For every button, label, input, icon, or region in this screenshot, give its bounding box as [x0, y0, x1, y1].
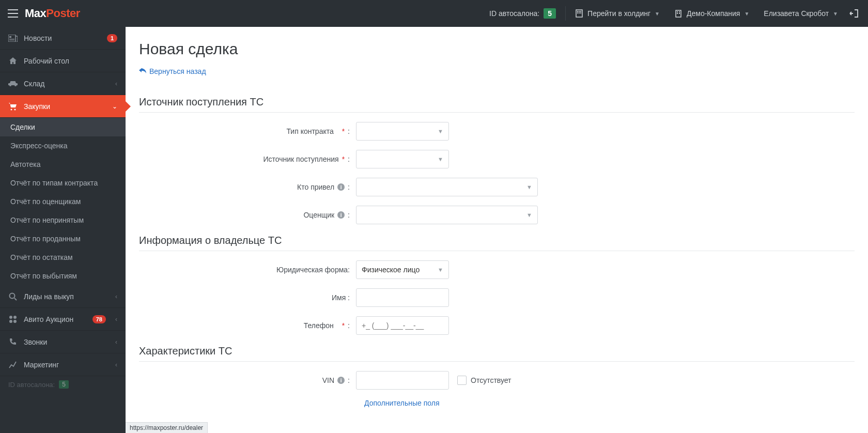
sidebar-item-calls[interactable]: Звонки ‹: [0, 331, 126, 353]
svg-rect-9: [679, 11, 680, 12]
chart-icon: [8, 360, 18, 369]
svg-point-17: [14, 109, 16, 110]
sidebar-sub-report-rejected[interactable]: Отчёт по непринятым: [0, 211, 126, 229]
svg-point-18: [10, 293, 15, 298]
sidebar-item-marketing[interactable]: Маркетинг ‹: [0, 353, 126, 376]
sub-label: Отчёт по оценщикам: [10, 197, 81, 206]
row-source: Источник поступления* : ▼: [139, 150, 855, 168]
sidebar-sub-report-sold[interactable]: Отчёт по проданным: [0, 229, 126, 248]
search-icon: [8, 292, 18, 301]
input-name[interactable]: [362, 293, 443, 302]
select-source[interactable]: ▼: [356, 150, 449, 168]
row-contract-type: Тип контракта * : ▼: [139, 122, 855, 141]
sub-label: Автотека: [10, 160, 40, 168]
svg-rect-10: [677, 13, 678, 14]
caret-down-icon: ▼: [833, 11, 838, 17]
select-appraiser[interactable]: ▼: [356, 206, 538, 224]
logout-button[interactable]: [845, 0, 863, 27]
chevron-left-icon: ‹: [115, 338, 117, 346]
checkbox-label: Отсутствует: [471, 376, 512, 384]
building-icon: [575, 9, 583, 18]
logo[interactable]: MaxPoster: [25, 7, 80, 20]
svg-rect-4: [577, 12, 578, 13]
sidebar-item-desktop[interactable]: Рабочий стол: [0, 50, 126, 72]
sub-label: Отчёт по типам контракта: [10, 179, 98, 187]
sidebar-item-purchases[interactable]: Закупки ⌄: [0, 95, 126, 118]
sidebar-item-leads[interactable]: Лиды на выкуп ‹: [0, 285, 126, 308]
dealer-id-indicator: ID автосалона: 5: [482, 0, 563, 27]
sidebar-sub-report-contract[interactable]: Отчёт по типам контракта: [0, 174, 126, 192]
user-dropdown[interactable]: Елизавета Скробот ▼: [756, 0, 845, 27]
svg-rect-13: [9, 36, 11, 38]
input-name-wrap: [356, 288, 449, 307]
caret-down-icon: ▼: [744, 11, 749, 17]
label-legal-form: Юридическая форма:: [139, 266, 356, 274]
news-icon: [8, 34, 18, 43]
svg-rect-11: [679, 13, 680, 14]
svg-rect-6: [580, 12, 581, 13]
extra-fields-link[interactable]: Дополнительные поля: [364, 399, 855, 407]
sidebar-sub-deals[interactable]: Сделки: [0, 118, 126, 136]
svg-rect-3: [580, 11, 581, 12]
row-name: Имя :: [139, 288, 855, 307]
input-vin[interactable]: [362, 376, 443, 384]
sidebar-label: Рабочий стол: [24, 57, 117, 65]
sidebar-footer-id: ID автосалона: 5: [0, 376, 126, 393]
logout-icon: [849, 9, 859, 18]
sub-label: Отчёт по остаткам: [10, 253, 73, 261]
phone-icon: [8, 337, 18, 347]
svg-rect-2: [579, 11, 580, 12]
sub-label: Отчёт по выбытиям: [10, 272, 77, 280]
logo-part2: Poster: [46, 7, 80, 20]
info-icon[interactable]: i: [337, 183, 345, 191]
select-contract-type[interactable]: ▼: [356, 122, 449, 141]
dealer-id-label: ID автосалона:: [489, 9, 539, 18]
select-legal-form[interactable]: Физическое лицо ▼: [356, 260, 449, 279]
checkbox-vin-absent[interactable]: Отсутствует: [457, 376, 512, 385]
select-value: Физическое лицо: [362, 266, 420, 274]
input-phone[interactable]: [362, 321, 443, 330]
user-label: Елизавета Скробот: [764, 9, 829, 18]
input-vin-wrap: [356, 371, 449, 390]
hamburger-button[interactable]: [5, 6, 21, 21]
sub-label: Экспресс-оценка: [10, 142, 68, 150]
holding-dropdown[interactable]: Перейти в холдинг ▼: [568, 0, 667, 27]
sidebar-item-stock[interactable]: Склад ‹: [0, 72, 126, 95]
info-icon[interactable]: i: [337, 377, 345, 384]
sidebar-sub-autoteka[interactable]: Автотека: [0, 155, 126, 174]
row-appraiser: Оценщик i : ▼: [139, 206, 855, 224]
svg-point-20: [13, 316, 17, 319]
sidebar-sub-express[interactable]: Экспресс-оценка: [0, 136, 126, 155]
sidebar-sub-report-disposals[interactable]: Отчёт по выбытиям: [0, 267, 126, 285]
footer-id-label: ID автосалона:: [8, 381, 55, 389]
dealer-id-value: 5: [544, 8, 556, 19]
sidebar-label: Склад: [24, 80, 109, 88]
logo-part1: Max: [25, 7, 46, 20]
svg-point-16: [11, 109, 12, 110]
home-icon: [8, 56, 18, 66]
select-referrer[interactable]: ▼: [356, 178, 538, 196]
info-icon[interactable]: i: [337, 211, 345, 219]
car-icon: [8, 79, 18, 88]
section-header-source: Источник поступления ТС: [139, 96, 855, 113]
svg-rect-15: [9, 40, 14, 40]
sidebar-sub-report-remains[interactable]: Отчёт по остаткам: [0, 248, 126, 267]
caret-down-icon: ▼: [438, 128, 443, 134]
sidebar-label: Закупки: [24, 102, 106, 111]
required-mark: *: [342, 321, 345, 330]
chevron-left-icon: ‹: [115, 361, 117, 368]
sidebar-sub-report-appraisers[interactable]: Отчёт по оценщикам: [0, 192, 126, 211]
label-appraiser: Оценщик i :: [139, 211, 356, 219]
back-link[interactable]: Вернуться назад: [139, 67, 206, 75]
label-contract-type: Тип контракта * :: [139, 127, 356, 135]
sub-label: Отчёт по непринятым: [10, 216, 84, 224]
sidebar-label: Авито Аукцион: [24, 315, 86, 323]
checkbox-box: [457, 376, 467, 385]
content-area: Новая сделка Вернуться назад Источник по…: [126, 27, 868, 433]
label-referrer: Кто привел i :: [139, 183, 356, 191]
row-referrer: Кто привел i : ▼: [139, 178, 855, 196]
sidebar-item-news[interactable]: Новости 1: [0, 27, 126, 50]
label-phone: Телефон * :: [139, 321, 356, 330]
sidebar-item-avito[interactable]: Авито Аукцион 78 ‹: [0, 308, 126, 331]
company-dropdown[interactable]: Демо-Компания ▼: [667, 0, 756, 27]
